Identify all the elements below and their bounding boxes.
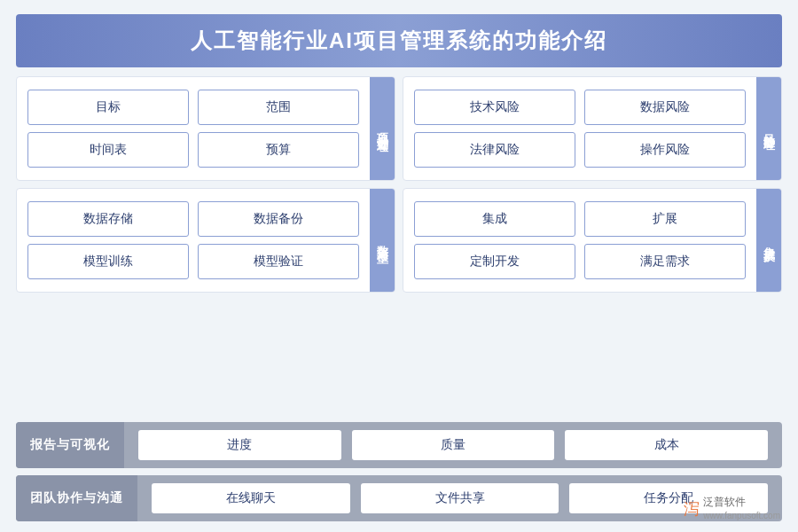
- teamwork-label: 团队协作与沟通: [16, 475, 137, 521]
- watermark-text: 泛普软件 www.fanpusoft.com: [703, 496, 780, 521]
- cell-data-backup: 数据备份: [198, 201, 359, 237]
- cell-integration: 集成: [414, 201, 575, 237]
- cell-model-verify: 模型验证: [198, 244, 359, 279]
- integration-row-2: 定制开发 满足需求: [414, 244, 746, 279]
- page-title: 人工智能行业AI项目管理系统的功能介绍: [16, 14, 782, 67]
- risk-mgmt-label: 风险管理: [756, 77, 781, 180]
- data-model-panel: 数据存储 数据备份 模型训练 模型验证 数据模型: [16, 188, 395, 293]
- cell-quality: 质量: [352, 430, 555, 460]
- risk-mgmt-row-1: 技术风险 数据风险: [414, 90, 746, 125]
- data-model-row-1: 数据存储 数据备份: [27, 201, 359, 237]
- cell-expand: 扩展: [584, 201, 746, 237]
- cell-goal: 目标: [27, 90, 189, 125]
- right-panel-group: 技术风险 数据风险 法律风险 操作风险 风险管理 集成: [403, 76, 782, 415]
- cell-op-risk: 操作风险: [584, 132, 746, 168]
- risk-mgmt-content: 技术风险 数据风险 法律风险 操作风险: [403, 77, 756, 180]
- watermark: 泻 泛普软件 www.fanpusoft.com: [684, 496, 780, 521]
- data-model-content: 数据存储 数据备份 模型训练 模型验证: [17, 189, 370, 292]
- integration-row-1: 集成 扩展: [414, 201, 746, 237]
- reporting-label: 报告与可视化: [16, 422, 124, 468]
- data-model-row-2: 模型训练 模型验证: [27, 244, 359, 279]
- cell-tech-risk: 技术风险: [414, 90, 575, 125]
- cell-file-share: 文件共享: [361, 483, 559, 513]
- project-plan-content: 目标 范围 时间表 预算: [17, 77, 370, 180]
- risk-mgmt-row-2: 法律风险 操作风险: [414, 132, 746, 168]
- cell-scope: 范围: [198, 90, 359, 125]
- project-plan-panel: 目标 范围 时间表 预算 项目计划管理: [16, 76, 395, 181]
- left-panel-group: 目标 范围 时间表 预算 项目计划管理 数据存储: [16, 76, 395, 415]
- cell-data-storage: 数据存储: [27, 201, 189, 237]
- reporting-cells: 进度 质量 成本: [124, 423, 782, 467]
- teamwork-row: 团队协作与沟通 在线聊天 文件共享 任务分配: [16, 475, 782, 521]
- cell-timeline: 时间表: [27, 132, 189, 168]
- watermark-brand: 泛普软件: [703, 496, 780, 510]
- cell-progress: 进度: [138, 430, 341, 460]
- main-content: 目标 范围 时间表 预算 项目计划管理 数据存储: [16, 76, 782, 521]
- integration-panel: 集成 扩展 定制开发 满足需求 集成扩展: [403, 188, 782, 293]
- watermark-icon: 泻: [684, 498, 700, 520]
- risk-mgmt-panel: 技术风险 数据风险 法律风险 操作风险 风险管理: [403, 76, 782, 181]
- reporting-row: 报告与可视化 进度 质量 成本: [16, 422, 782, 468]
- cell-model-train: 模型训练: [27, 244, 189, 279]
- cell-legal-risk: 法律风险: [414, 132, 575, 168]
- cell-online-chat: 在线聊天: [152, 483, 350, 513]
- watermark-url: www.fanpusoft.com: [703, 510, 780, 521]
- cell-meet-demand: 满足需求: [584, 244, 746, 279]
- project-plan-label: 项目计划管理: [370, 77, 395, 180]
- top-panels-row: 目标 范围 时间表 预算 项目计划管理 数据存储: [16, 76, 782, 415]
- cell-data-risk: 数据风险: [584, 90, 746, 125]
- cell-budget: 预算: [198, 132, 359, 168]
- cell-custom-dev: 定制开发: [414, 244, 575, 279]
- project-plan-row-1: 目标 范围: [27, 90, 359, 125]
- integration-content: 集成 扩展 定制开发 满足需求: [403, 189, 756, 292]
- integration-label: 集成扩展: [756, 189, 781, 292]
- cell-cost: 成本: [565, 430, 768, 460]
- project-plan-row-2: 时间表 预算: [27, 132, 359, 168]
- data-model-label: 数据模型: [370, 189, 395, 292]
